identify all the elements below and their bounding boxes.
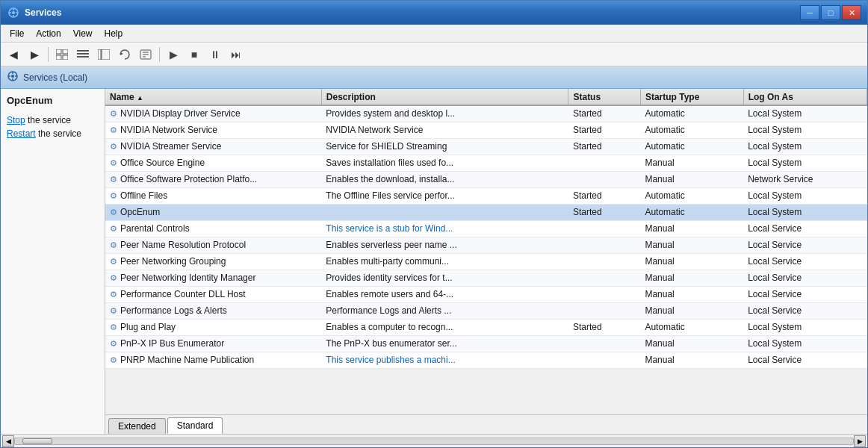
service-desc-cell [321,204,568,220]
svg-point-21 [11,75,14,78]
service-status-cell [568,253,640,270]
service-status-cell [568,302,640,319]
service-startup-cell: Automatic [640,319,743,335]
table-row[interactable]: ⚙Office Software Protection Platfo...Ena… [105,171,867,187]
window-title: Services [25,7,800,18]
col-header-status[interactable]: Status [568,89,640,105]
service-status-cell: Started [568,187,640,204]
service-startup-cell: Manual [640,253,743,270]
service-status-cell [568,171,640,187]
table-row[interactable]: ⚙NVIDIA Streamer ServiceService for SHIE… [105,138,867,155]
service-logon-cell: Local System [743,319,867,335]
table-row[interactable]: ⚙Offline FilesThe Offline Files service … [105,187,867,204]
service-name-cell: ⚙OpcEnum [105,204,321,220]
table-row[interactable]: ⚙Performance Logs & AlertsPerformance Lo… [105,302,867,319]
table-row[interactable]: ⚙Performance Counter DLL HostEnables rem… [105,286,867,302]
pause-service-button[interactable]: ⏸ [205,46,225,63]
service-startup-cell: Manual [640,302,743,319]
table-row[interactable]: ⚙Parental ControlsThis service is a stub… [105,220,867,237]
toolbar-separator-1 [48,47,49,62]
close-button[interactable]: ✕ [842,5,861,20]
selected-service-title: OpcEnum [7,95,99,106]
col-header-logon[interactable]: Log On As [743,89,867,105]
stop-link[interactable]: Stop [7,115,25,125]
table-row[interactable]: ⚙NVIDIA Display Driver ServiceProvides s… [105,105,867,122]
scrollbar-thumb[interactable] [22,438,52,444]
service-name-cell: ⚙Office Software Protection Platfo... [105,171,321,187]
service-logon-cell: Local Service [743,286,867,302]
service-name-cell: ⚙NVIDIA Network Service [105,122,321,138]
service-logon-cell: Local System [743,187,867,204]
view-button[interactable] [52,46,72,63]
menu-help[interactable]: Help [99,27,129,40]
service-status-cell [568,352,640,368]
service-status-cell [568,270,640,286]
right-panel: Name ▲ Description Status Startup Type L… [105,89,867,434]
scrollbar-track[interactable] [14,438,854,445]
menu-action[interactable]: Action [30,27,66,40]
restart-service-action[interactable]: Restart the service [7,128,99,139]
service-name-cell: ⚙Peer Networking Grouping [105,253,321,270]
service-desc-cell: NVIDIA Network Service [321,122,568,138]
start-service-button[interactable]: ▶ [164,46,183,63]
table-row[interactable]: ⚙PnP-X IP Bus EnumeratorThe PnP-X bus en… [105,335,867,352]
restart-service-button[interactable]: ⏭ [226,46,246,63]
service-startup-cell: Automatic [640,122,743,138]
maximize-button[interactable]: □ [821,5,840,20]
services-rows: ⚙NVIDIA Display Driver ServiceProvides s… [105,105,867,368]
forward-button[interactable]: ▶ [25,46,44,63]
service-startup-cell: Manual [640,155,743,171]
service-desc-cell: Enables remote users and 64-... [321,286,568,302]
svg-rect-10 [77,50,89,52]
menu-bar: File Action View Help [1,25,867,43]
svg-rect-14 [102,49,110,60]
svg-marker-15 [120,52,123,55]
service-name-cell: ⚙Parental Controls [105,220,321,237]
restart-link[interactable]: Restart [7,128,36,139]
col-header-startup[interactable]: Startup Type [640,89,743,105]
table-row[interactable]: ⚙Plug and PlayEnables a computer to reco… [105,319,867,335]
service-startup-cell: Manual [640,352,743,368]
service-desc-cell: Enables a computer to recogn... [321,319,568,335]
col-header-description[interactable]: Description [321,89,568,105]
service-name-cell: ⚙PNRP Machine Name Publication [105,352,321,368]
service-startup-cell: Automatic [640,204,743,220]
refresh-button[interactable] [115,46,134,63]
table-row[interactable]: ⚙NVIDIA Network ServiceNVIDIA Network Se… [105,122,867,138]
service-name-cell: ⚙Office Source Engine [105,155,321,171]
list-button[interactable] [73,46,93,63]
service-logon-cell: Local Service [743,352,867,368]
scroll-right-button[interactable]: ▶ [854,435,866,447]
svg-rect-9 [63,55,68,60]
table-row[interactable]: ⚙Office Source EngineSaves installation … [105,155,867,171]
col-header-name[interactable]: Name ▲ [105,89,321,105]
properties-button[interactable] [136,46,155,63]
tab-extended[interactable]: Extended [108,418,166,434]
service-name-cell: ⚙NVIDIA Streamer Service [105,138,321,155]
menu-file[interactable]: File [4,27,30,40]
table-row[interactable]: ⚙Peer Name Resolution ProtocolEnables se… [105,237,867,253]
service-name-cell: ⚙Offline Files [105,187,321,204]
app-icon [7,6,20,19]
table-row[interactable]: ⚙OpcEnumStartedAutomaticLocal System [105,204,867,220]
bottom-scrollbar[interactable]: ◀ ▶ [1,434,867,447]
stop-text: the service [25,115,71,125]
service-name-cell: ⚙Peer Networking Identity Manager [105,270,321,286]
details-button[interactable] [94,46,114,63]
back-button[interactable]: ◀ [4,46,23,63]
service-startup-cell: Manual [640,220,743,237]
left-panel: OpcEnum Stop the service Restart the ser… [1,89,105,434]
stop-service-button[interactable]: ■ [185,46,204,63]
stop-service-action[interactable]: Stop the service [7,115,99,125]
scroll-left-button[interactable]: ◀ [2,435,14,447]
services-table[interactable]: Name ▲ Description Status Startup Type L… [105,89,867,414]
menu-view[interactable]: View [67,27,99,40]
table-row[interactable]: ⚙Peer Networking GroupingEnables multi-p… [105,253,867,270]
tab-standard[interactable]: Standard [167,417,223,434]
minimize-button[interactable]: ─ [800,5,819,20]
table-row[interactable]: ⚙PNRP Machine Name PublicationThis servi… [105,352,867,368]
service-logon-cell: Local Service [743,302,867,319]
table-row[interactable]: ⚙Peer Networking Identity ManagerProvide… [105,270,867,286]
service-desc-cell: The PnP-X bus enumerator ser... [321,335,568,352]
address-bar: Services (Local) [1,66,867,89]
